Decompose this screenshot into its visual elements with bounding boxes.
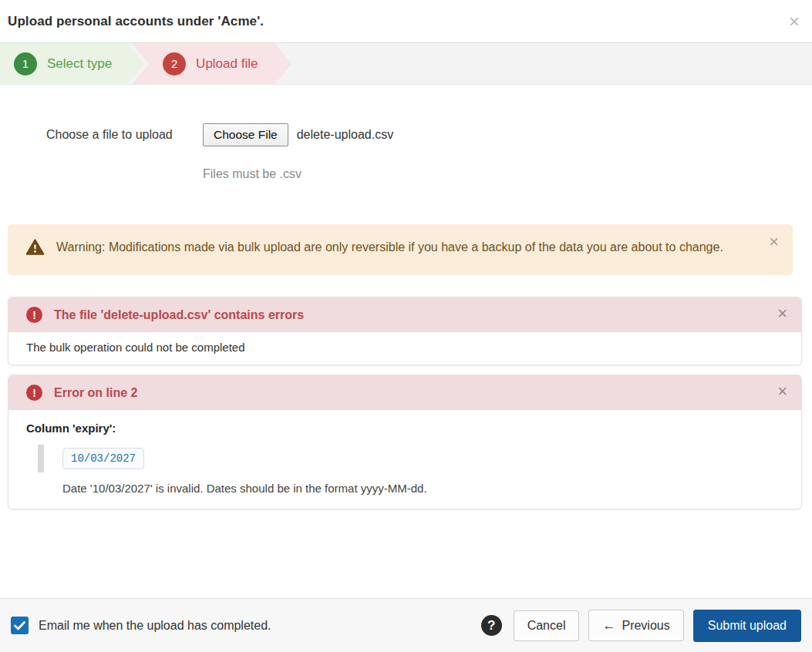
line-error-header: ! Error on line 2 × (8, 375, 801, 410)
email-notify-checkbox-group[interactable]: Email me when the upload has completed. (11, 617, 271, 634)
left-arrow-icon: ← (602, 619, 615, 632)
cancel-button[interactable]: Cancel (514, 610, 580, 641)
modal-close-icon[interactable]: × (789, 12, 800, 31)
error-detail-message: Date '10/03/2027' is invalid. Dates shou… (62, 482, 783, 495)
footer-actions: ? Cancel ← Previous Submit upload (481, 610, 801, 642)
file-error-body: The bulk operation could not be complete… (8, 332, 801, 365)
step-2-number-badge: 2 (163, 52, 186, 76)
line-error-body: Column 'expiry': 10/03/2027 Date '10/03/… (8, 410, 801, 495)
line-error-close-icon[interactable]: × (777, 383, 787, 400)
upload-modal: Upload personal accounts under 'Acme'. ×… (0, 0, 812, 652)
file-format-hint: Files must be .csv (203, 167, 812, 181)
warning-close-icon[interactable]: × (769, 234, 779, 250)
choose-file-button[interactable]: Choose File (203, 123, 288, 146)
quote-bar (38, 445, 44, 472)
invalid-value-code: 10/03/2027 (62, 448, 144, 469)
invalid-value-row: 10/03/2027 (38, 445, 801, 472)
line-error-title: Error on line 2 (54, 386, 137, 400)
file-error-header: ! The file 'delete-upload.csv' contains … (8, 297, 801, 332)
previous-button[interactable]: ← Previous (588, 610, 683, 641)
modal-header: Upload personal accounts under 'Acme'. × (0, 0, 812, 43)
step-1-label: Select type (47, 56, 112, 72)
file-error-message: The bulk operation could not be complete… (8, 332, 801, 365)
error-circle-icon: ! (26, 307, 42, 323)
step-1-number-badge: 1 (14, 52, 37, 76)
previous-button-label: Previous (622, 620, 669, 632)
error-circle-icon: ! (26, 385, 42, 401)
file-error-close-icon[interactable]: × (777, 305, 787, 322)
file-error-panel: ! The file 'delete-upload.csv' contains … (8, 297, 802, 365)
line-error-panel: ! Error on line 2 × Column 'expiry': 10/… (8, 375, 802, 509)
wizard-steps: 1 Select type 2 Upload file (0, 43, 812, 85)
step-select-type[interactable]: 1 Select type (0, 43, 144, 84)
modal-footer: Email me when the upload has completed. … (0, 598, 812, 652)
selected-file-name: delete-upload.csv (297, 128, 393, 142)
file-upload-row: Choose a file to upload Choose File dele… (46, 123, 812, 146)
file-error-title: The file 'delete-upload.csv' contains er… (54, 308, 304, 322)
error-column-label: Column 'expiry': (8, 410, 801, 435)
email-notify-label: Email me when the upload has completed. (39, 619, 271, 633)
email-notify-checkbox[interactable] (11, 617, 29, 634)
file-input: Choose File delete-upload.csv (203, 123, 393, 146)
file-upload-label: Choose a file to upload (46, 128, 203, 142)
warning-triangle-icon (25, 238, 45, 262)
warning-text: Warning: Modifications made via bulk upl… (56, 237, 723, 262)
modal-title: Upload personal accounts under 'Acme'. (8, 14, 264, 29)
warning-alert: Warning: Modifications made via bulk upl… (8, 224, 793, 275)
step-2-label: Upload file (196, 56, 258, 72)
submit-upload-button[interactable]: Submit upload (693, 610, 801, 642)
help-icon[interactable]: ? (481, 615, 502, 636)
step-upload-file[interactable]: 2 Upload file (132, 43, 291, 84)
